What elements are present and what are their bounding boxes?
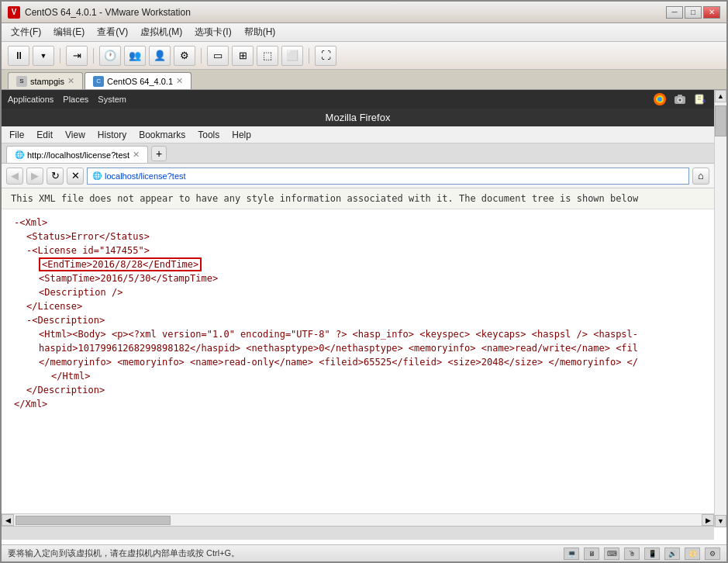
toolbar-view4[interactable]: ⬜ [281,46,303,66]
firefox-titlebar: Mozilla Firefox [2,109,714,126]
toolbar-sep1 [60,48,60,64]
menu-tabs[interactable]: 选项卡(I) [188,23,237,41]
menu-edit[interactable]: 编辑(E) [47,23,91,41]
firefox-navbar: ◀ ▶ ↻ ✕ 🌐 localhost/license?test ⌂ [2,164,714,188]
scroll-up-arrow[interactable]: ▲ [715,90,726,102]
toolbar-sep2 [93,48,94,64]
svg-point-2 [657,97,662,102]
status-icon-2[interactable]: 🖥 [584,547,599,560]
ff-menu-view[interactable]: View [62,130,88,140]
endtime-highlight: <EndTime>2016/8/28</EndTime> [39,257,202,271]
minimize-button[interactable]: ─ [666,6,683,19]
close-button[interactable]: ✕ [703,6,720,19]
ff-lock-icon: 🌐 [92,171,102,180]
ff-new-tab-button[interactable]: + [151,146,167,161]
firefox-statusbar [2,526,714,540]
ff-menu-bookmarks[interactable]: Bookmarks [136,130,188,140]
status-icon-4[interactable]: 🖱 [624,547,640,560]
scroll-down-arrow[interactable]: ▼ [715,515,726,527]
xml-line-10: haspid>10179961268299898182</haspid> <ne… [39,341,702,355]
toolbar-view3[interactable]: ⬚ [257,46,278,66]
gnome-edit-icon[interactable] [692,92,708,107]
menu-view[interactable]: 查看(V) [91,23,134,41]
tab-centos-close[interactable]: ✕ [176,76,183,86]
ff-menu-help[interactable]: Help [229,130,254,140]
status-icon-6[interactable]: 🔊 [664,547,680,560]
xml-line-4: <EndTime>2016/8/28</EndTime> [39,257,702,271]
menu-help[interactable]: 帮助(H) [238,23,282,41]
vmware-title: CentOS 64_4.0.1 - VMware Workstation [25,7,666,18]
ff-tab-close[interactable]: ✕ [133,150,140,160]
tab-centos[interactable]: C CentOS 64_4.0.1 ✕ [85,72,191,89]
vmware-icon: V [8,6,20,19]
gnome-firefox-icon[interactable] [652,92,668,107]
xml-body: -<Xml> <Status>Error</Status> -<License … [2,209,714,513]
ff-menu-history[interactable]: History [95,130,129,140]
xml-line-14: </Xml> [14,397,702,411]
gnome-camera-icon[interactable] [672,92,688,107]
ff-reload-button[interactable]: ↻ [47,168,64,185]
vmware-tabs: S stampgis ✕ C CentOS 64_4.0.1 ✕ [2,70,726,90]
svg-point-5 [678,98,681,102]
menu-file[interactable]: 文件(F) [5,23,47,41]
status-icon-1[interactable]: 💻 [564,547,579,560]
xml-line-6: <Description /> [39,285,702,299]
vmware-menubar: 文件(F) 编辑(E) 查看(V) 虚拟机(M) 选项卡(I) 帮助(H) [2,23,726,42]
vmware-status-text: 要将输入定向到该虚拟机，请在虚拟机内部单击或按 Ctrl+G。 [8,547,240,559]
ff-url-text: localhost/license?test [105,171,186,181]
firefox-window: Applications Places System Mozilla Firef [2,90,714,540]
scroll-thumb[interactable] [715,105,726,136]
xml-info-bar: This XML file does not appear to have an… [2,188,714,209]
ff-menu-edit[interactable]: Edit [33,130,56,140]
vmware-scrollbar: ▲ ▼ [714,90,726,527]
status-icon-5[interactable]: 📱 [644,547,660,560]
hscroll-left[interactable]: ◀ [2,514,14,526]
tab-stampgis-close[interactable]: ✕ [67,76,74,86]
hscroll-thumb[interactable] [16,516,171,525]
tab-stampgis-label: stampgis [30,77,64,86]
gnome-bar: Applications Places System [2,90,714,109]
xml-line-13: </Description> [26,383,702,397]
maximize-button[interactable]: □ [685,6,702,19]
gnome-menu-places[interactable]: Places [63,95,88,104]
firefox-url-bar[interactable]: 🌐 localhost/license?test [87,168,689,185]
ff-tab-label: http://localhost/license?test [27,150,129,160]
xml-line-9: <Html><Body> <p><?xml version="1.0" enco… [39,327,702,341]
status-icon-7[interactable]: 📀 [685,547,700,560]
ff-stop-button[interactable]: ✕ [67,168,84,185]
xml-line-2: <Status>Error</Status> [26,230,702,244]
toolbar-users2[interactable]: 👤 [149,46,171,66]
ff-menu-tools[interactable]: Tools [195,130,223,140]
ff-tab-license[interactable]: 🌐 http://localhost/license?test ✕ [6,146,148,163]
toolbar-users[interactable]: 👥 [124,46,146,66]
menu-vm[interactable]: 虚拟机(M) [134,23,188,41]
gnome-system-icons [652,92,708,107]
tab-centos-label: CentOS 64_4.0.1 [107,77,173,86]
toolbar-clock[interactable]: 🕐 [99,46,121,66]
toolbar-dropdown[interactable]: ▼ [33,46,54,66]
hscroll-right[interactable]: ▶ [702,514,714,526]
hscroll-track [14,514,702,526]
gnome-menu-system[interactable]: System [98,95,126,104]
scroll-track [715,102,726,515]
vmware-window: V CentOS 64_4.0.1 - VMware Workstation ─… [0,0,728,563]
xml-hscrollbar: ◀ ▶ [2,513,714,526]
toolbar-settings[interactable]: ⚙ [174,46,195,66]
toolbar-send[interactable]: ⇥ [66,46,88,66]
xml-line-8: -<Description> [26,313,702,327]
toolbar-view2[interactable]: ⊞ [232,46,254,66]
status-icon-8[interactable]: ⚙ [705,547,720,560]
toolbar-sep3 [201,48,202,64]
ff-menu-file[interactable]: File [6,130,27,140]
tab-stampgis[interactable]: S stampgis ✕ [8,72,83,89]
ff-home-button[interactable]: ⌂ [692,168,709,185]
toolbar-pause[interactable]: ⏸ [8,46,29,66]
firefox-tabbar: 🌐 http://localhost/license?test ✕ + [2,143,714,164]
status-icon-3[interactable]: ⌨ [604,547,619,560]
toolbar-view1[interactable]: ▭ [207,46,229,66]
toolbar-fullscreen[interactable]: ⛶ [315,46,336,66]
gnome-menu-applications[interactable]: Applications [8,95,53,104]
ff-forward-button[interactable]: ▶ [26,168,43,185]
ff-back-button[interactable]: ◀ [6,168,23,185]
vmware-titlebar: V CentOS 64_4.0.1 - VMware Workstation ─… [2,2,726,23]
